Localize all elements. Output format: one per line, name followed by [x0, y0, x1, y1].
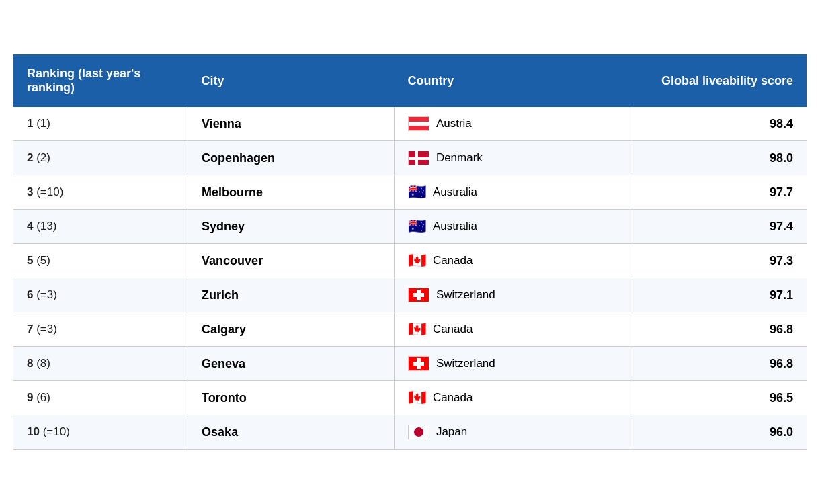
cell-ranking: 4 (13)	[13, 210, 188, 244]
country-cell: Austria	[408, 116, 618, 131]
cell-city: Vienna	[188, 107, 395, 141]
cell-country: Switzerland	[394, 278, 632, 312]
rank-number: 2	[27, 151, 33, 164]
cell-city: Toronto	[188, 381, 395, 415]
col-country: Country	[394, 54, 632, 107]
cell-score: 97.3	[632, 244, 807, 278]
cell-score: 96.8	[632, 347, 807, 381]
flag-icon: 🇦🇺	[408, 219, 426, 234]
liveability-table: Ranking (last year's ranking) City Count…	[13, 54, 807, 450]
flag-icon: 🇨🇦	[408, 390, 426, 405]
country-cell: 🇦🇺 Australia	[408, 185, 618, 200]
flag-icon: 🇦🇺	[408, 185, 426, 200]
cell-ranking: 5 (5)	[13, 244, 188, 278]
country-name: Denmark	[436, 151, 483, 165]
cell-city: Copenhagen	[188, 141, 395, 175]
country-name: Austria	[436, 117, 472, 130]
country-cell: 🇨🇦 Canada	[408, 322, 618, 337]
flag-icon	[408, 116, 429, 131]
prev-ranking: (=10)	[43, 425, 70, 438]
cell-city: Calgary	[188, 312, 395, 347]
table-header-row: Ranking (last year's ranking) City Count…	[13, 54, 807, 107]
country-name: Canada	[433, 391, 473, 405]
table-row: 2 (2) Copenhagen Denmark 98.0	[13, 141, 807, 175]
cell-score: 96.5	[632, 381, 807, 415]
country-name: Switzerland	[436, 357, 495, 370]
country-cell: 🇨🇦 Canada	[408, 390, 618, 405]
cell-city: Osaka	[188, 415, 395, 450]
table-row: 8 (8) Geneva Switzerland 96.8	[13, 347, 807, 381]
cell-ranking: 1 (1)	[13, 107, 188, 141]
cell-country: 🇨🇦 Canada	[394, 244, 632, 278]
table-row: 7 (=3) Calgary 🇨🇦 Canada 96.8	[13, 312, 807, 347]
cell-score: 98.0	[632, 141, 807, 175]
country-cell: Switzerland	[408, 288, 618, 302]
table-row: 4 (13) Sydney 🇦🇺 Australia 97.4	[13, 210, 807, 244]
rank-number: 4	[27, 220, 33, 233]
table-row: 1 (1) Vienna Austria 98.4	[13, 107, 807, 141]
cell-ranking: 3 (=10)	[13, 175, 188, 210]
cell-score: 96.0	[632, 415, 807, 450]
prev-ranking: (5)	[36, 254, 50, 267]
cell-country: 🇨🇦 Canada	[394, 381, 632, 415]
cell-country: Denmark	[394, 141, 632, 175]
prev-ranking: (8)	[36, 357, 50, 370]
cell-city: Zurich	[188, 278, 395, 312]
country-cell: 🇨🇦 Canada	[408, 253, 618, 268]
prev-ranking: (=3)	[36, 288, 57, 301]
prev-ranking: (=10)	[36, 185, 63, 198]
rank-number: 9	[27, 391, 33, 404]
flag-icon	[408, 425, 429, 439]
country-name: Australia	[433, 220, 477, 233]
rank-number: 7	[27, 323, 33, 335]
country-cell: Japan	[408, 425, 618, 439]
rank-number: 6	[27, 288, 33, 301]
country-cell: Denmark	[408, 151, 618, 165]
prev-ranking: (2)	[36, 151, 50, 164]
rank-number: 5	[27, 254, 33, 267]
cell-country: Austria	[394, 107, 632, 141]
cell-ranking: 9 (6)	[13, 381, 188, 415]
cell-country: 🇦🇺 Australia	[394, 210, 632, 244]
cell-city: Melbourne	[188, 175, 395, 210]
flag-icon	[408, 288, 429, 302]
liveability-table-container: Ranking (last year's ranking) City Count…	[13, 54, 807, 450]
cell-ranking: 6 (=3)	[13, 278, 188, 312]
flag-icon: 🇨🇦	[408, 253, 426, 268]
col-ranking: Ranking (last year's ranking)	[13, 54, 188, 107]
cell-city: Geneva	[188, 347, 395, 381]
flag-icon: 🇨🇦	[408, 322, 426, 337]
table-row: 9 (6) Toronto 🇨🇦 Canada 96.5	[13, 381, 807, 415]
cell-score: 97.1	[632, 278, 807, 312]
cell-score: 97.7	[632, 175, 807, 210]
cell-country: Japan	[394, 415, 632, 450]
flag-icon	[408, 151, 429, 165]
country-cell: 🇦🇺 Australia	[408, 219, 618, 234]
prev-ranking: (1)	[36, 117, 50, 130]
country-name: Canada	[433, 254, 473, 267]
rank-number: 10	[27, 425, 40, 438]
cell-country: 🇦🇺 Australia	[394, 175, 632, 210]
flag-icon	[408, 356, 429, 371]
rank-number: 1	[27, 117, 33, 130]
country-name: Switzerland	[436, 288, 495, 302]
rank-number: 8	[27, 357, 33, 370]
col-score: Global liveability score	[632, 54, 807, 107]
table-row: 10 (=10) Osaka Japan 96.0	[13, 415, 807, 450]
cell-score: 98.4	[632, 107, 807, 141]
country-name: Canada	[433, 323, 473, 336]
cell-score: 97.4	[632, 210, 807, 244]
col-city: City	[188, 54, 395, 107]
table-row: 3 (=10) Melbourne 🇦🇺 Australia 97.7	[13, 175, 807, 210]
table-row: 5 (5) Vancouver 🇨🇦 Canada 97.3	[13, 244, 807, 278]
cell-city: Sydney	[188, 210, 395, 244]
country-cell: Switzerland	[408, 356, 618, 371]
cell-ranking: 10 (=10)	[13, 415, 188, 450]
prev-ranking: (6)	[36, 391, 50, 404]
prev-ranking: (=3)	[36, 323, 57, 335]
prev-ranking: (13)	[36, 220, 56, 233]
cell-ranking: 2 (2)	[13, 141, 188, 175]
cell-city: Vancouver	[188, 244, 395, 278]
cell-country: Switzerland	[394, 347, 632, 381]
table-row: 6 (=3) Zurich Switzerland 97.1	[13, 278, 807, 312]
